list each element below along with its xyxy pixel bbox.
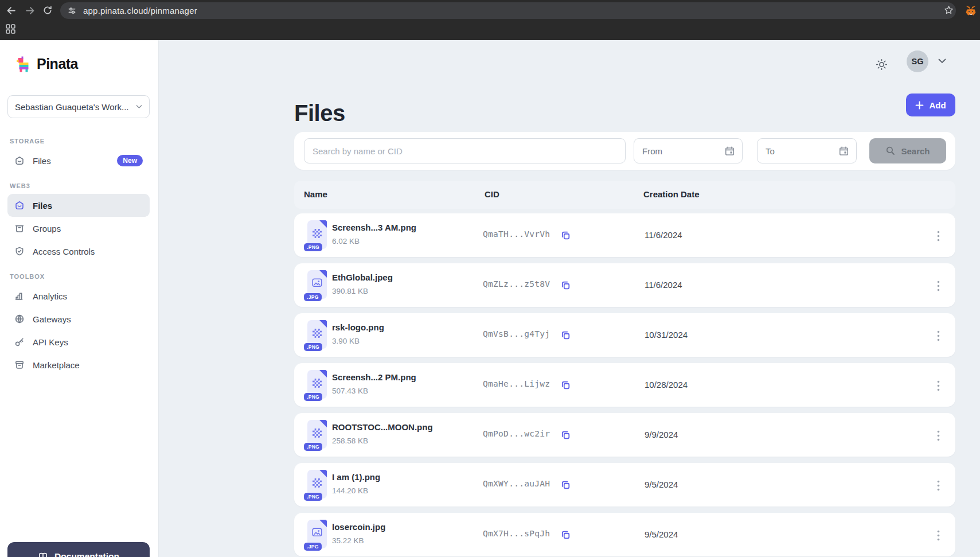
file-row-i-am-1-png[interactable]: .PNGI am (1).png144.20 KBQmXWY...auJAH9/… xyxy=(294,463,955,507)
row-menu-button[interactable] xyxy=(930,227,947,244)
sidebar-item-toolbox-gateways[interactable]: Gateways xyxy=(7,307,150,330)
row-menu-button[interactable] xyxy=(930,377,947,394)
date-to-field[interactable]: To xyxy=(757,138,857,163)
file-creation-date: 9/5/2024 xyxy=(645,529,678,539)
browser-back-button[interactable] xyxy=(3,3,18,18)
pinata-logo-icon xyxy=(16,55,32,72)
column-header-cid: CID xyxy=(485,189,499,199)
search-input[interactable] xyxy=(304,138,626,163)
calendar-icon[interactable] xyxy=(838,146,849,157)
pinata-logo[interactable]: Pinata xyxy=(16,55,78,72)
sidebar-item-label: Files xyxy=(33,201,52,211)
file-cid: QmX7H...sPqJh xyxy=(483,529,550,538)
sidebar-section-label-toolbox: TOOLBOX xyxy=(10,273,147,281)
row-menu-button[interactable] xyxy=(930,477,947,494)
pinata-app-window: app.pinata.cloud/pinmanager xyxy=(0,0,980,557)
copy-cid-button[interactable] xyxy=(558,228,573,243)
sidebar-item-toolbox-api-keys[interactable]: API Keys xyxy=(7,330,150,353)
key-icon xyxy=(14,337,25,347)
search-button-label: Search xyxy=(901,146,930,156)
row-menu-button[interactable] xyxy=(930,327,947,344)
file-row-rsk-logo-png[interactable]: .PNGrsk-logo.png3.90 KBQmVsB...g4Tyj10/3… xyxy=(294,313,955,357)
add-button[interactable]: Add xyxy=(906,94,955,116)
file-size: 3.90 KB xyxy=(332,337,360,345)
copy-cid-button[interactable] xyxy=(558,328,573,342)
file-thumbnail xyxy=(313,329,322,338)
sidebar-item-toolbox-analytics[interactable]: Analytics xyxy=(7,285,150,307)
file-row-rootstoc-moon-png[interactable]: .PNGROOTSTOC...MOON.png258.58 KBQmPoD...… xyxy=(294,413,955,457)
row-menu-button[interactable] xyxy=(930,527,947,544)
file-type-icon-png: .PNG xyxy=(307,470,327,498)
copy-cid-button[interactable] xyxy=(558,278,573,293)
file-row-screensh-3-am-png[interactable]: .PNGScreensh...3 AM.png6.02 KBQmaTH...Vv… xyxy=(294,213,955,257)
file-name: EthGlobal.jpeg xyxy=(332,272,393,282)
address-bar[interactable]: app.pinata.cloud/pinmanager xyxy=(60,2,956,19)
copy-cid-button[interactable] xyxy=(558,477,573,492)
calendar-icon[interactable] xyxy=(724,146,735,157)
date-from-placeholder: From xyxy=(642,146,724,156)
sidebar-section-label-storage: STORAGE xyxy=(10,138,147,146)
files-icon xyxy=(14,200,25,211)
file-name: Screensh...3 AM.png xyxy=(332,223,416,232)
documentation-button[interactable]: Documentation xyxy=(7,542,150,557)
sidebar-item-web3-groups[interactable]: Groups xyxy=(7,217,150,240)
search-icon xyxy=(885,146,896,156)
workspace-selector[interactable]: Sebastian Guaqueta's Work... xyxy=(7,95,150,118)
file-size: 6.02 KB xyxy=(332,237,360,246)
box-icon xyxy=(14,360,25,370)
file-type-icon-png: .PNG xyxy=(307,220,327,249)
browser-chrome: app.pinata.cloud/pinmanager xyxy=(0,0,980,40)
apps-grid-icon[interactable] xyxy=(5,24,16,34)
copy-cid-button[interactable] xyxy=(558,527,573,542)
file-thumbnail xyxy=(312,528,322,537)
browser-forward-button[interactable] xyxy=(22,3,37,18)
chevron-down-icon xyxy=(136,104,142,109)
sidebar-item-web3-files[interactable]: Files xyxy=(7,194,150,217)
file-creation-date: 9/9/2024 xyxy=(645,430,678,439)
sidebar-item-label: API Keys xyxy=(33,337,68,347)
search-button[interactable]: Search xyxy=(869,138,946,163)
sidebar-item-label: Files xyxy=(33,156,51,166)
row-menu-button[interactable] xyxy=(930,427,947,444)
sidebar-item-label: Analytics xyxy=(33,291,67,301)
file-extension-badge: .JPG xyxy=(304,543,322,551)
file-creation-date: 11/6/2024 xyxy=(645,230,682,240)
sidebar-item-toolbox-marketplace[interactable]: Marketplace xyxy=(7,353,150,376)
file-name: rsk-logo.png xyxy=(332,322,384,332)
file-extension-badge: .JPG xyxy=(304,293,322,302)
file-size: 35.22 KB xyxy=(332,536,364,545)
file-thumbnail xyxy=(313,229,322,238)
sidebar-item-label: Gateways xyxy=(33,314,71,324)
file-row-screensh-2-pm-png[interactable]: .PNGScreensh...2 PM.png507.43 KBQmaHe...… xyxy=(294,363,955,407)
copy-cid-button[interactable] xyxy=(558,377,573,392)
file-creation-date: 10/31/2024 xyxy=(645,330,688,340)
metamask-icon[interactable] xyxy=(965,5,977,17)
theme-toggle-sun-icon[interactable] xyxy=(871,54,892,75)
filter-bar: From To Search xyxy=(294,132,955,170)
file-cid: QmaHe...Lijwz xyxy=(483,379,550,388)
account-chevron-down-icon[interactable] xyxy=(938,59,946,64)
sidebar-item-web3-access-controls[interactable]: Access Controls xyxy=(7,240,150,263)
copy-cid-button[interactable] xyxy=(558,427,573,442)
workspace-name: Sebastian Guaqueta's Work... xyxy=(15,102,136,112)
row-menu-button[interactable] xyxy=(930,277,947,294)
file-thumbnail xyxy=(313,429,322,438)
avatar[interactable]: SG xyxy=(907,50,928,72)
file-thumbnail xyxy=(313,379,322,388)
file-row-ethglobal-jpeg[interactable]: .JPGEthGlobal.jpeg390.81 KBQmZLz...z5t8V… xyxy=(294,263,955,307)
browser-reload-button[interactable] xyxy=(40,3,55,18)
site-settings-icon[interactable] xyxy=(67,6,77,15)
file-name: I am (1).png xyxy=(332,472,380,482)
file-size: 390.81 KB xyxy=(332,287,368,295)
date-from-field[interactable]: From xyxy=(634,138,743,163)
sidebar-item-storage-files[interactable]: FilesNew xyxy=(7,149,150,172)
file-type-icon-jpg: .JPG xyxy=(307,520,327,548)
file-extension-badge: .PNG xyxy=(304,243,322,252)
bookmark-star-icon[interactable] xyxy=(944,5,954,15)
file-creation-date: 11/6/2024 xyxy=(645,280,682,290)
groups-icon xyxy=(14,223,25,233)
file-cid: QmPoD...wc2ir xyxy=(483,429,550,438)
file-cid: QmaTH...VvrVh xyxy=(483,229,550,239)
file-size: 507.43 KB xyxy=(332,387,368,395)
file-row-losercoin-jpg[interactable]: .JPGlosercoin.jpg35.22 KBQmX7H...sPqJh9/… xyxy=(294,513,955,556)
